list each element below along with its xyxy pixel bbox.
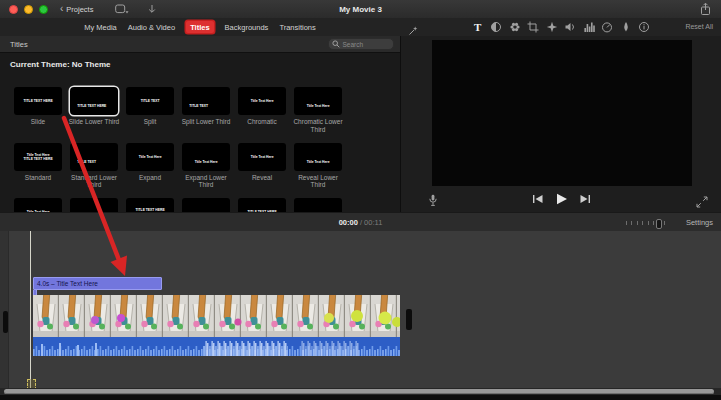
tab-audio-video[interactable]: Audio & Video <box>128 23 175 32</box>
title-thumbnail[interactable]: TITLE TEXT HERE <box>14 87 62 115</box>
window-titlebar: ‹ Projects My Movie 3 <box>0 0 721 19</box>
audio-waveform[interactable] <box>33 337 400 356</box>
tab-backgrounds[interactable]: Backgrounds <box>225 23 269 32</box>
stabilization-button[interactable] <box>546 21 558 33</box>
title-style-thumbnail[interactable]: Title Text Here <box>10 198 66 212</box>
main-area: Titles Current Theme: No Theme TITLE TEX… <box>0 36 721 212</box>
title-style-expand-lower-third[interactable]: Title Text HereExpand Lower Third <box>178 143 234 190</box>
title-thumbnail[interactable]: Title Text Here <box>294 87 342 115</box>
tab-my-media[interactable]: My Media <box>84 23 117 32</box>
title-style-standard-lower-third[interactable]: TITLE TEXTStandard Lower Third <box>66 143 122 190</box>
play-button[interactable] <box>555 193 568 205</box>
clip-filter-button[interactable] <box>620 21 632 33</box>
skip-forward-button[interactable] <box>580 194 591 204</box>
back-to-projects-button[interactable]: ‹ Projects <box>60 5 93 14</box>
title-thumbnail[interactable]: TITLE TEXT <box>182 87 230 115</box>
timeline-area: 4.0s – Title Text Here <box>0 231 721 388</box>
title-style-standard[interactable]: Title Text Here TITLE TEXT HEREStandard <box>10 143 66 190</box>
reset-all-button[interactable]: Reset All <box>685 23 713 30</box>
title-style-label: Chromatic Lower Third <box>290 118 346 134</box>
title-style-slide[interactable]: TITLE TEXT HERESlide <box>10 87 66 134</box>
title-thumbnail[interactable]: Title Text Here <box>238 87 286 115</box>
title-preview-text: TITLE TEXT HERE <box>14 95 62 107</box>
text-icon: T <box>474 22 481 33</box>
title-thumbnail[interactable]: TITLE TEXT <box>126 87 174 115</box>
title-thumbnail[interactable]: Title Text Here <box>238 143 286 171</box>
title-style-reveal[interactable]: Title Text HereReveal <box>234 143 290 190</box>
title-style-split[interactable]: TITLE TEXTSplit <box>122 87 178 134</box>
info-button[interactable] <box>638 21 650 33</box>
timeline-toolbar: 00:00 / 00:11 Settings <box>0 212 721 233</box>
color-balance-button[interactable] <box>490 21 502 33</box>
timeline-settings-button[interactable]: Settings <box>686 218 713 227</box>
camera-icon <box>115 4 129 15</box>
clip-trim-handle-right[interactable] <box>406 309 412 330</box>
tab-titles[interactable]: Titles <box>186 21 213 33</box>
title-clip[interactable]: 4.0s – Title Text Here <box>33 277 162 290</box>
title-style-split-lower-third[interactable]: TITLE TEXTSplit Lower Third <box>178 87 234 134</box>
title-thumbnail[interactable]: Title Text Here TITLE TEXT HERE <box>14 143 62 171</box>
speed-button[interactable] <box>601 21 613 33</box>
timeline-zoom-slider[interactable] <box>626 218 676 228</box>
title-style-expand[interactable]: Title Text HereExpand <box>122 143 178 190</box>
title-preview-text: TITLE TEXT <box>185 97 230 111</box>
title-thumbnail[interactable]: Title Text Here <box>126 143 174 171</box>
scrollbar-thumb[interactable] <box>4 389 714 394</box>
minimize-window-button[interactable] <box>24 5 33 14</box>
title-style-chromatic[interactable]: Title Text HereChromatic <box>234 87 290 134</box>
tab-transitions[interactable]: Transitions <box>279 23 315 32</box>
droplet-icon <box>620 21 632 33</box>
title-thumbnail[interactable]: Title Text Here <box>182 143 230 171</box>
title-preview-text: TITLE TEXT HERE <box>73 97 118 111</box>
title-thumbnail[interactable]: TITLE TEXT HERE <box>238 198 286 212</box>
title-thumbnail[interactable]: Title Text Here <box>14 198 62 212</box>
title-thumbnail[interactable]: TITLE TEXT HERE TITLE TEXT HERE <box>126 198 174 212</box>
title-preview-text: TITLE TEXT <box>126 95 174 107</box>
title-style-thumbnail[interactable]: Title Text Here <box>178 198 234 212</box>
playhead[interactable] <box>30 231 31 388</box>
title-thumbnail[interactable]: Title Text Here <box>294 198 342 212</box>
title-preview-text: Title Text Here <box>294 152 342 166</box>
title-style-slide-lower-third[interactable]: TITLE TEXT HERESlide Lower Third <box>66 87 122 134</box>
title-style-label: Chromatic <box>234 118 290 126</box>
title-style-thumbnail[interactable]: Title Text Here <box>66 198 122 212</box>
title-preview-text: Title Text Here <box>182 152 230 166</box>
import-media-button[interactable] <box>115 4 129 15</box>
zoom-slider-knob[interactable] <box>656 219 662 229</box>
title-thumbnail[interactable]: TITLE TEXT HERE <box>70 87 118 115</box>
title-thumbnail[interactable]: Title Text Here <box>70 198 118 212</box>
total-duration: 00:11 <box>364 218 382 227</box>
title-style-thumbnail[interactable]: TITLE TEXT HERE <box>234 198 290 212</box>
volume-button[interactable] <box>564 21 576 33</box>
title-style-reveal-lower-third[interactable]: Title Text HereReveal Lower Third <box>290 143 346 190</box>
time-display: 00:00 / 00:11 <box>0 218 721 227</box>
color-wheel-icon <box>509 21 521 33</box>
zoom-window-button[interactable] <box>39 5 48 14</box>
crop-button[interactable] <box>527 21 539 33</box>
close-window-button[interactable] <box>9 5 18 14</box>
title-preview-text: Title Text Here <box>126 151 174 163</box>
search-field[interactable] <box>328 38 394 50</box>
title-thumbnail[interactable]: Title Text Here <box>182 198 230 212</box>
clip-trim-handle-left[interactable] <box>3 311 8 333</box>
title-style-label: Expand <box>122 174 178 182</box>
title-style-thumbnail[interactable]: Title Text Here <box>290 198 346 212</box>
noise-reduction-button[interactable] <box>583 21 595 33</box>
title-thumbnail[interactable]: TITLE TEXT <box>70 143 118 171</box>
title-style-label: Standard Lower Third <box>66 174 122 190</box>
title-preview-text: TITLE TEXT <box>73 152 118 166</box>
title-thumbnail[interactable]: Title Text Here <box>294 143 342 171</box>
skip-back-button[interactable] <box>532 194 543 204</box>
titles-settings-button[interactable]: T <box>472 21 484 33</box>
title-style-label: Reveal Lower Third <box>290 174 346 190</box>
fullscreen-button[interactable] <box>696 194 708 212</box>
title-style-label: Split <box>122 118 178 126</box>
import-arrow-button[interactable] <box>147 4 157 15</box>
chevron-left-icon: ‹ <box>60 5 63 13</box>
title-style-label: Slide <box>10 118 66 126</box>
title-style-chromatic-lower-third[interactable]: Title Text HereChromatic Lower Third <box>290 87 346 134</box>
search-input[interactable] <box>342 41 384 48</box>
color-correction-button[interactable] <box>509 21 521 33</box>
title-style-thumbnail[interactable]: TITLE TEXT HERE TITLE TEXT HERE <box>122 198 178 212</box>
video-clip-filmstrip[interactable] <box>33 295 400 337</box>
